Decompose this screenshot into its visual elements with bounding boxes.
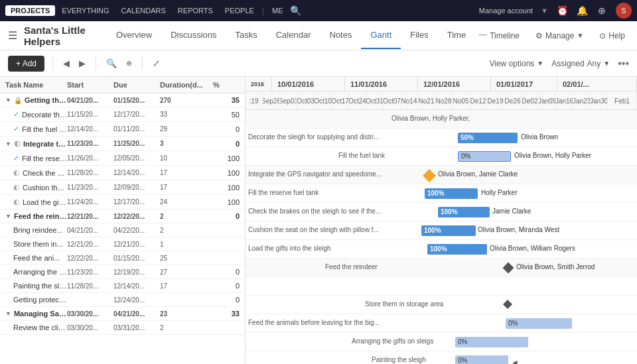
nav-divider: | [261,6,265,15]
gantt-month-jan: 01/01/2017 [491,77,557,91]
gantt-task-label: Feed the animals before leaving for the … [248,319,380,326]
task-duration: 24 [160,198,213,206]
task-row[interactable]: Arranging the g... 11/23/20... 12/19/20.… [0,265,245,279]
task-duration: 17 [160,184,213,191]
gantt-week: De12 [470,91,487,110]
gantt-bar[interactable]: 100% [425,188,478,199]
nav-people[interactable]: PEOPLE [220,4,259,17]
zoom-in-icon[interactable]: ⊕ [124,57,134,70]
gantt-row: Integrate the GPS navigator and speedome… [246,166,637,184]
tab-calendar[interactable]: Calendar [267,22,320,49]
back-icon[interactable]: ◀ [61,56,72,70]
manage-button[interactable]: ⚙ Manage ▼ [531,29,587,43]
task-name-text: Getting protecti... [13,296,67,304]
task-name-cell: ▼ 🔒 Getting the sleigh ... [5,96,67,104]
view-options-button[interactable]: View options ▼ [489,59,543,68]
help-button[interactable]: ⊙ Help [595,29,629,43]
gantt-bar[interactable]: 0% [458,151,511,162]
expand-icon[interactable]: ▼ [5,213,11,219]
gantt-week: Oct10 [315,91,332,110]
tab-discussions[interactable]: Discussions [161,22,226,49]
forward-icon[interactable]: ▶ [77,56,88,70]
task-pct: 0 [213,282,240,290]
more-options-icon[interactable]: ••• [618,58,629,70]
task-start: 04/21/20... [67,97,113,104]
task-row[interactable]: ◐ Load the gifts in... 11/24/20... 12/17… [0,195,245,210]
add-button[interactable]: + Add [8,56,44,72]
time-icon[interactable]: ⏰ [556,5,568,17]
task-row[interactable]: Review the clien... 03/30/20... 03/31/20… [0,321,245,335]
task-row[interactable]: ✓ Decorate the sl... 11/15/20... 12/17/2… [0,107,245,122]
top-navigation: PROJECTS EVERYTHING CALENDARS REPORTS PE… [0,0,637,21]
timeline-label: Timeline [490,31,520,40]
task-duration: 3 [160,140,213,147]
task-row[interactable]: Bring reindee... 04/21/20... 04/22/20...… [0,223,245,237]
gantt-bar[interactable]: 100% [438,207,490,217]
task-row[interactable]: Painting the slei... 11/28/20... 12/14/2… [0,279,245,293]
check-icon: ◐ [13,198,20,206]
avatar[interactable]: S [616,3,632,19]
expand-icon[interactable]: ▼ [5,97,11,103]
gantt-task-label: Integrate the GPS navigator and speedome… [248,170,382,178]
task-duration: 33 [160,111,213,118]
timeline-button[interactable]: 〰 Timeline [475,29,524,43]
gantt-bar[interactable]: 0% [455,355,508,365]
task-row[interactable]: ◐ Cushion the sea... 11/23/20... 12/09/2… [0,180,245,195]
help-label: Help [608,31,625,40]
nav-calendars[interactable]: CALENDARS [116,4,171,17]
task-duration: 25 [160,255,213,262]
gantt-row: Feed the reindeer Olivia Brown, Smith Je… [246,259,637,277]
projects-button[interactable]: PROJECTS [5,5,55,16]
task-row[interactable]: Feed the ani... 12/22/20... 01/15/20... … [0,251,245,265]
task-pct: 33 [213,310,240,318]
task-name-text: Arranging the g... [13,268,67,276]
task-name-text: Store them in... [13,240,63,248]
zoom-out-icon[interactable]: 🔍 [104,56,119,70]
gantt-task-label: Fill the reserve fuel tank [248,189,318,196]
expand-icon[interactable]: ▼ [5,141,11,147]
task-row[interactable]: ◐ Check the brake... 11/28/20... 12/14/2… [0,166,245,180]
task-pct: 35 [213,96,240,104]
gantt-bar[interactable]: 0% [506,318,572,329]
task-row[interactable]: ▼ ◐ Integrate the G... 11/23/20... 11/25… [0,137,245,151]
assigned-button[interactable]: Assigned Any ▼ [551,59,610,68]
gantt-milestone [503,299,512,308]
expand-icon[interactable]: ⤢ [151,56,162,70]
nav-me[interactable]: ME [267,4,289,17]
task-row[interactable]: ✓ Fill the fuel tank 12/14/20... 01/11/2… [0,122,245,137]
nav-everything[interactable]: EVERYTHING [56,4,114,17]
task-row[interactable]: Getting protecti... 12/24/20... 0 [0,293,245,307]
task-row[interactable]: ▼ 🔒 Getting the sleigh ... 04/21/20... 0… [0,93,245,107]
search-icon[interactable]: 🔍 [290,5,302,17]
tab-time[interactable]: Time [438,22,475,49]
gantt-bar[interactable]: 0% [455,337,528,347]
gantt-bar[interactable]: 100% [427,244,487,255]
col-duration: Duration(d... [160,81,213,89]
task-row[interactable]: ▼ Managing Santa's we... 03/30/20... 04/… [0,307,245,321]
task-start: 12/22/20... [67,255,113,262]
gantt-bar[interactable]: 100% [421,225,476,236]
sidebar-toggle[interactable]: ☰ [8,29,17,42]
tab-files[interactable]: Files [401,22,437,49]
task-duration: 2 [160,213,213,220]
task-name-cell: Painting the slei... [13,282,67,290]
tab-overview[interactable]: Overview [107,22,161,49]
gantt-task-label: Feed the reindeer [325,263,378,271]
task-row[interactable]: Store them in... 12/21/20... 12/21/20...… [0,237,245,251]
task-row[interactable]: ✓ Fill the reserv... 11/26/20... 12/05/2… [0,151,245,166]
task-name-text: Check the brake... [23,169,67,177]
tab-gantt[interactable]: Gantt [361,22,401,49]
expand-icon[interactable]: ▼ [5,310,11,317]
bell-icon[interactable]: 🔔 [576,5,588,17]
gantt-bar[interactable]: 50% [458,133,518,143]
manage-account-button[interactable]: Manage account [479,7,533,15]
tab-notes[interactable]: Notes [320,22,362,49]
tab-tasks[interactable]: Tasks [226,22,267,49]
toolbar-divider-1 [52,57,53,70]
gantt-week: Jan30 [591,91,608,110]
add-icon[interactable]: ⊕ [596,5,608,17]
nav-reports[interactable]: REPORTS [173,4,218,17]
task-row[interactable]: ▼ Feed the reinde... 12/21/20... 12/22/2… [0,210,245,223]
gantt-bar-pct: 0% [506,320,520,327]
view-options-label: View options [489,59,534,68]
